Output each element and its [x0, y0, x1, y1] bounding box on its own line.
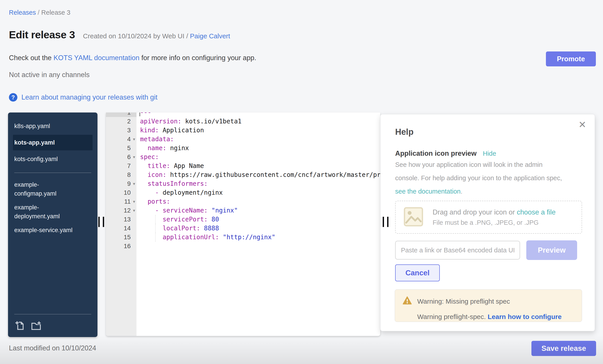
line-number: 1 [106, 112, 137, 117]
line-number: 15 [106, 233, 137, 242]
line-number: 2 [106, 117, 137, 126]
dropzone-hint: File must be a .PNG, .JPEG, or .JPG [433, 219, 556, 226]
icon-url-row: Preview [395, 240, 577, 260]
file-item[interactable]: example-service.yaml [14, 223, 81, 237]
dropzone-text: Drag and drop your icon or choose a file [433, 208, 556, 216]
code-line[interactable]: metadata: [137, 135, 380, 144]
icon-dropzone[interactable]: Drag and drop your icon or choose a file… [395, 201, 582, 234]
sidebar-resize-handle[interactable] [98, 217, 104, 227]
code-line[interactable]: applicationUrl: "http://nginx" [137, 233, 380, 242]
edit-release-page: Releases / Release 3 Edit release 3 Crea… [0, 0, 603, 364]
sidebar-actions [15, 320, 41, 332]
line-number: 14 [106, 224, 137, 233]
hide-link[interactable]: Hide [483, 150, 496, 157]
code-line[interactable]: - deployment/nginx [137, 188, 380, 197]
channel-status: Not active in any channels [9, 71, 90, 79]
line-number: 13 [106, 215, 137, 224]
code-editor: 1234▼56▼789▼1011▼12▼13141516 ---apiVersi… [106, 112, 380, 336]
file-item[interactable]: example-configmap.yaml [14, 178, 81, 200]
author-link[interactable]: Paige Calvert [190, 32, 230, 40]
preflight-warning-box: Warning: Missing preflight spec Warning … [395, 289, 582, 322]
code-line[interactable]: - serviceName: "nginx" [137, 206, 380, 215]
breadcrumb: Releases / Release 3 [9, 9, 70, 16]
created-text: Created on 10/10/2024 by Web UI / Paige … [83, 32, 230, 40]
promote-button[interactable]: Promote [546, 52, 596, 66]
line-number: 10 [106, 188, 137, 197]
created-prefix: Created on 10/10/2024 by Web UI / [83, 32, 190, 40]
line-number: 8 [106, 170, 137, 179]
line-number: 5 [106, 144, 137, 153]
image-placeholder-icon [403, 207, 424, 228]
desc-prefix: See how your application icon will look … [395, 161, 562, 182]
new-folder-icon[interactable] [31, 320, 41, 332]
line-number: 9▼ [106, 179, 137, 188]
code-line[interactable]: localPort: 8888 [137, 224, 380, 233]
fold-arrow-icon[interactable]: ▼ [132, 179, 136, 188]
icon-preview-section-title: Application icon previewHide [395, 149, 496, 157]
code-line[interactable]: spec: [137, 153, 380, 162]
breadcrumb-releases-link[interactable]: Releases [9, 9, 36, 16]
line-number: 16 [106, 242, 137, 251]
last-modified-text: Last modified on 10/10/2024 [9, 344, 96, 352]
code-line[interactable]: statusInformers: [137, 179, 380, 188]
text-cursor [139, 112, 140, 116]
code-line[interactable]: apiVersion: kots.io/v1beta1 [137, 117, 380, 126]
warning-triangle-icon [403, 296, 412, 307]
line-number: 3 [106, 126, 137, 135]
file-sidebar: k8s-app.yamlkots-app.yamlkots-config.yam… [8, 112, 97, 337]
breadcrumb-separator: / [36, 9, 41, 16]
see-documentation-link[interactable]: see the documentation [395, 188, 461, 195]
git-help-row: ? Learn about managing your releases wit… [9, 93, 157, 102]
code-line[interactable] [137, 242, 380, 251]
kots-yaml-docs-link[interactable]: KOTS YAML documentation [54, 54, 139, 62]
fold-arrow-icon[interactable]: ▼ [132, 197, 136, 206]
save-release-button[interactable]: Save release [531, 341, 596, 356]
fold-arrow-icon[interactable]: ▼ [132, 206, 136, 215]
warning-title: Warning: Missing preflight spec [417, 298, 510, 305]
sidebar-divider [14, 314, 91, 314]
kots-docs-line: Check out the KOTS YAML documentation fo… [9, 54, 256, 62]
line-number: 6▼ [106, 153, 137, 162]
cancel-button[interactable]: Cancel [395, 265, 440, 281]
warning-body-text: Warning preflight-spec. [417, 313, 488, 320]
new-file-icon[interactable] [15, 320, 25, 332]
code-line[interactable]: servicePort: 80 [137, 215, 380, 224]
icon-url-input[interactable] [395, 241, 520, 260]
help-panel: ✕ Help Application icon previewHide See … [380, 114, 595, 331]
learn-configure-link[interactable]: Learn how to configure [488, 313, 562, 320]
close-icon[interactable]: ✕ [579, 120, 586, 129]
line-number: 4▼ [106, 135, 137, 144]
fold-arrow-icon[interactable]: ▼ [132, 153, 136, 162]
code-line[interactable]: --- [137, 112, 380, 117]
help-circle-icon: ? [9, 93, 17, 102]
code-line[interactable]: kind: Application [137, 126, 380, 135]
info-suffix: for more info on configuring your app. [139, 54, 256, 62]
code-line[interactable]: name: nginx [137, 144, 380, 153]
editor-gutter: 1234▼56▼789▼1011▼12▼13141516 [106, 112, 137, 336]
help-heading: Help [395, 127, 413, 137]
fold-arrow-icon[interactable]: ▼ [132, 135, 136, 144]
page-title: Edit release 3 [9, 29, 75, 41]
title-row: Edit release 3 Created on 10/10/2024 by … [9, 29, 230, 41]
preview-button[interactable]: Preview [526, 240, 577, 260]
section-title-text: Application icon preview [395, 149, 476, 157]
code-line[interactable]: icon: https://raw.githubusercontent.com/… [137, 170, 380, 179]
breadcrumb-current: Release 3 [41, 9, 70, 16]
git-releases-link[interactable]: Learn about managing your releases with … [21, 93, 157, 101]
code-line[interactable]: ports: [137, 197, 380, 206]
file-item[interactable]: kots-config.yaml [14, 152, 81, 166]
file-item[interactable]: example-deployment.yaml [14, 200, 81, 223]
warning-body: Warning preflight-spec. Learn how to con… [417, 313, 582, 320]
file-list: k8s-app.yamlkots-app.yamlkots-config.yam… [8, 112, 97, 237]
file-item[interactable]: kots-app.yaml [13, 135, 93, 150]
editor-code-area[interactable]: ---apiVersion: kots.io/v1beta1kind: Appl… [137, 112, 380, 336]
code-line[interactable]: title: App Name [137, 162, 380, 170]
line-number: 7 [106, 162, 137, 170]
help-resize-handle[interactable] [383, 217, 388, 227]
info-prefix: Check out the [9, 54, 54, 62]
icon-preview-description: See how your application icon will look … [395, 158, 565, 198]
line-number: 11▼ [106, 197, 137, 206]
desc-suffix: . [461, 188, 462, 195]
choose-file-link[interactable]: choose a file [517, 208, 556, 216]
file-item[interactable]: k8s-app.yaml [14, 119, 81, 133]
